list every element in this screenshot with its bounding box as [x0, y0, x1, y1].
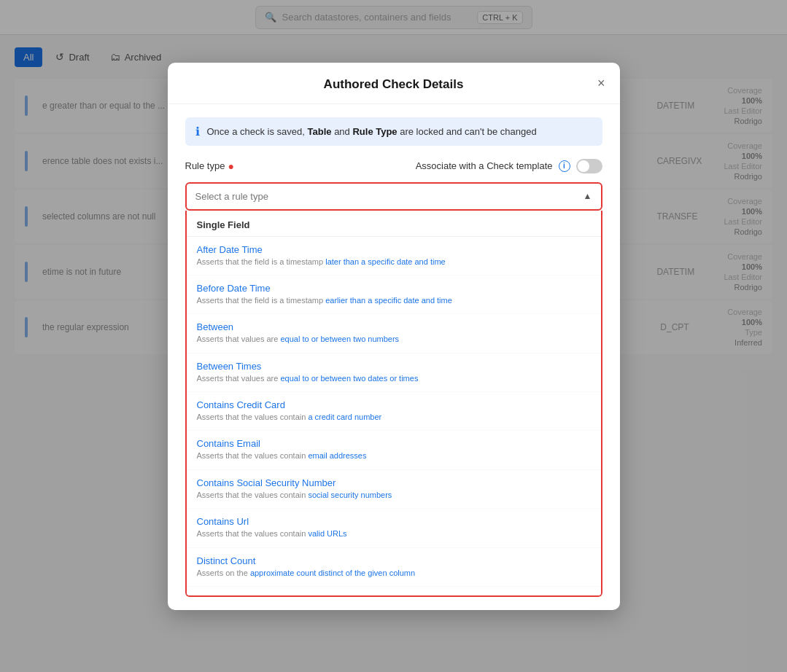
- dropdown-item-desc: Asserts that the values contain social s…: [197, 490, 591, 501]
- dropdown-item[interactable]: Entity ResolutionAsserts entities with s…: [187, 587, 601, 596]
- modal-title: Authored Check Details: [324, 77, 464, 92]
- authored-check-details-modal: Authored Check Details × ℹ Once a check …: [168, 63, 620, 610]
- dropdown-item[interactable]: BetweenAsserts that values are equal to …: [187, 314, 601, 353]
- dropdown-item-title: Before Date Time: [197, 283, 591, 294]
- dropdown-item[interactable]: Contains Social Security NumberAsserts t…: [187, 470, 601, 509]
- dropdown-item-title: Contains Credit Card: [197, 399, 591, 410]
- info-banner: ℹ Once a check is saved, Table and Rule …: [185, 117, 602, 146]
- dropdown-item[interactable]: Distinct CountAsserts on the approximate…: [187, 548, 601, 587]
- dropdown-item-title: After Date Time: [197, 244, 591, 255]
- dropdown-items: After Date TimeAsserts that the field is…: [187, 237, 601, 597]
- dropdown-item-desc: Asserts that the field is a timestamp ea…: [197, 295, 591, 306]
- modal-body: ℹ Once a check is saved, Table and Rule …: [168, 104, 620, 610]
- dropdown-item-title: Distinct Count: [197, 555, 591, 566]
- dropdown-item[interactable]: After Date TimeAsserts that the field is…: [187, 237, 601, 276]
- dropdown-item-title: Between: [197, 321, 591, 332]
- dropdown-item[interactable]: Contains Credit CardAsserts that the val…: [187, 392, 601, 431]
- dropdown-item[interactable]: Between TimesAsserts that values are equ…: [187, 353, 601, 392]
- associate-row: Associate with a Check template i: [416, 159, 602, 173]
- dropdown-item-desc: Asserts that values are equal to or betw…: [197, 373, 591, 384]
- rule-type-label: Rule type ●: [185, 160, 234, 172]
- info-icon: ℹ: [195, 125, 200, 138]
- dropdown-item[interactable]: Contains UrlAsserts that the values cont…: [187, 509, 601, 547]
- associate-toggle[interactable]: [576, 159, 602, 173]
- modal-overlay: Authored Check Details × ℹ Once a check …: [0, 0, 787, 672]
- rule-type-dropdown: Single Field After Date TimeAsserts that…: [185, 211, 602, 597]
- dropdown-item-title: Between Times: [197, 361, 591, 372]
- modal-close-button[interactable]: ×: [597, 77, 605, 90]
- associate-info-icon[interactable]: i: [559, 160, 570, 172]
- rule-type-select-input[interactable]: [187, 184, 601, 209]
- dropdown-item-title: Entity Resolution: [197, 594, 591, 596]
- dropdown-item-title: Contains Email: [197, 438, 591, 449]
- modal-header: Authored Check Details ×: [168, 63, 620, 104]
- rule-type-select-wrapper: ▲ Single Field After Date TimeAsserts th…: [185, 182, 602, 597]
- dropdown-item-desc: Asserts that the values contain email ad…: [197, 450, 591, 461]
- dropdown-section-single-field: Single Field: [187, 211, 601, 237]
- dropdown-item[interactable]: Contains EmailAsserts that the values co…: [187, 431, 601, 469]
- dropdown-item-desc: Asserts on the approximate count distinc…: [197, 568, 591, 579]
- dropdown-item-title: Contains Social Security Number: [197, 477, 591, 488]
- dropdown-item[interactable]: Before Date TimeAsserts that the field i…: [187, 276, 601, 314]
- info-banner-text: Once a check is saved, Table and Rule Ty…: [207, 126, 537, 137]
- dropdown-item-desc: Asserts that the values contain a credit…: [197, 412, 591, 423]
- required-indicator: ●: [228, 160, 233, 172]
- dropdown-item-desc: Asserts that the field is a timestamp la…: [197, 257, 591, 267]
- rule-type-select-container: ▲: [185, 182, 602, 211]
- dropdown-item-title: Contains Url: [197, 516, 591, 527]
- dropdown-item-desc: Asserts that the values contain valid UR…: [197, 528, 591, 539]
- dropdown-item-desc: Asserts that values are equal to or betw…: [197, 334, 591, 345]
- rule-type-row: Rule type ● Associate with a Check templ…: [185, 159, 602, 173]
